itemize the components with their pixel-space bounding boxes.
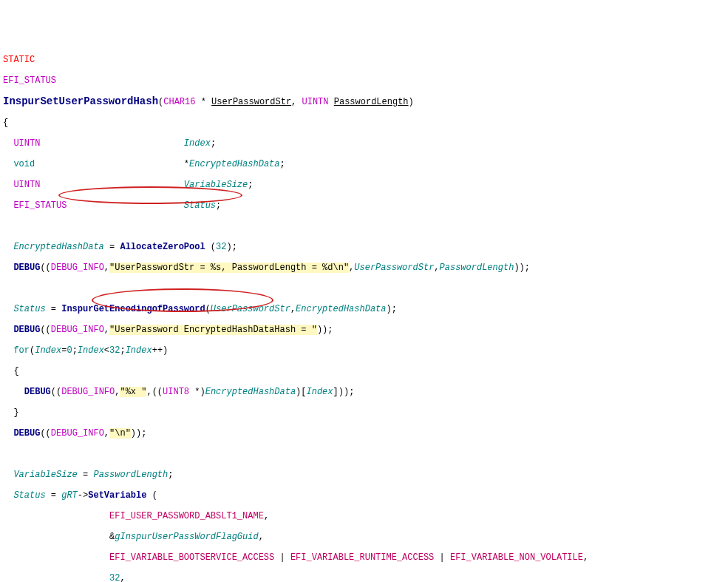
var: Status	[3, 490, 46, 501]
var: PasswordLength	[440, 263, 514, 273]
var-variablesize: VariableSize	[184, 180, 248, 190]
brace: }	[3, 407, 19, 418]
var: EncryptedHashData	[296, 304, 386, 314]
code-line: EFI_VARIABLE_BOOTSERVICE_ACCESS | EFI_VA…	[3, 552, 725, 563]
type-uint8: UINT8	[163, 387, 189, 397]
num: 32	[216, 242, 226, 252]
comma: ,	[259, 532, 264, 542]
type-uintn: UINTN	[3, 180, 40, 190]
var: Index	[126, 345, 152, 356]
blank-line	[3, 221, 725, 231]
inc: ++)	[152, 345, 169, 356]
code-line: UINTN VariableSize;	[3, 180, 725, 190]
paren: )	[409, 97, 414, 107]
paren: (	[146, 490, 157, 501]
param-passwordlength: PasswordLength	[334, 97, 409, 107]
num: 32	[109, 345, 120, 356]
var-encryptedhashdata: EncryptedHashData	[189, 159, 279, 169]
brace: {	[3, 366, 19, 376]
call-allocatezeropool: AllocateZeroPool	[120, 242, 205, 252]
indent	[3, 532, 109, 542]
semi: ;	[72, 345, 78, 356]
eq: =	[78, 470, 94, 480]
comma: ,	[583, 552, 588, 563]
semi: ;	[216, 200, 221, 211]
code-line: UINTN Index;	[3, 138, 725, 149]
var: EncryptedHashData	[3, 242, 104, 252]
code-line: {	[3, 366, 725, 376]
code-line: EncryptedHashData = AllocateZeroPool (32…	[3, 242, 725, 252]
code-line: EFI_USER_PASSWORD_ABSLT1_NAME,	[3, 511, 725, 521]
paren: (	[205, 304, 211, 314]
var: VariableSize	[3, 470, 78, 480]
code-line: for(Index=0;Index<32;Index++)	[3, 345, 725, 356]
semi: ;	[211, 138, 216, 149]
call-debug: DEBUG	[3, 428, 40, 439]
code-line: DEBUG((DEBUG_INFO,"\n"));	[3, 428, 725, 439]
comma: ,	[264, 511, 269, 521]
cast: *)	[189, 387, 205, 397]
code-line: &gInspurUserPassWordFlagGuid,	[3, 532, 725, 542]
pad	[35, 159, 184, 169]
paren: ((	[40, 263, 50, 273]
keyword-static: STATIC	[3, 55, 35, 65]
code-block: STATIC EFI_STATUS InspurSetUserPasswordH…	[3, 44, 725, 582]
type-char16: CHAR16	[163, 97, 195, 107]
string: "%x "	[120, 387, 146, 397]
call-debug: DEBUG	[3, 263, 40, 273]
const-efi-user-password: EFI_USER_PASSWORD_ABSLT1_NAME	[109, 511, 264, 521]
const-bootservice: EFI_VARIABLE_BOOTSERVICE_ACCESS	[109, 552, 274, 563]
type-uintn: UINTN	[3, 138, 40, 149]
var: Index	[307, 387, 333, 397]
function-name: InspurSetUserPasswordHash	[3, 95, 158, 107]
semi: ;	[168, 470, 173, 480]
close: ));	[317, 325, 333, 335]
keyword-for: for	[3, 345, 30, 356]
const-nonvolatile: EFI_VARIABLE_NON_VOLATILE	[450, 552, 583, 563]
var-grt: gRT	[61, 490, 78, 501]
close: );	[226, 242, 237, 252]
var-guid: gInspurUserPassWordFlagGuid	[115, 532, 258, 542]
close: ));	[131, 428, 147, 439]
var: EncryptedHashData	[205, 387, 296, 397]
semi: ;	[248, 180, 253, 190]
comma: ,	[104, 428, 109, 439]
var: PasswordLength	[93, 470, 168, 480]
indent	[3, 573, 109, 582]
string: "\n"	[109, 428, 131, 439]
comma: ,	[104, 325, 109, 335]
star: *	[184, 159, 189, 169]
call-inspurgetencoding: InspurGetEncodingofPassword	[61, 304, 205, 314]
code-line: VariableSize = PasswordLength;	[3, 470, 725, 480]
code-line: {	[3, 118, 725, 128]
eq: =	[46, 490, 62, 501]
var: Index	[78, 345, 104, 356]
var-index: Index	[184, 138, 211, 149]
pad	[40, 138, 183, 149]
debug-info: DEBUG_INFO	[61, 387, 115, 397]
code-line: InspurSetUserPasswordHash(CHAR16 * UserP…	[3, 96, 725, 107]
code-line: EFI_STATUS Status;	[3, 200, 725, 211]
eq: =	[104, 242, 120, 252]
paren: ((	[40, 428, 50, 439]
call-debug: DEBUG	[3, 325, 40, 335]
string: "UserPasswordStr = %s, PasswordLength = …	[109, 263, 349, 273]
code-line: DEBUG((DEBUG_INFO,"UserPasswordStr = %s,…	[3, 263, 725, 273]
code-line: }	[3, 407, 725, 418]
num: 32	[109, 573, 120, 582]
eq: =	[46, 304, 62, 314]
var: Status	[3, 304, 46, 314]
comma: ,	[434, 263, 439, 273]
paren: ((	[51, 387, 61, 397]
code-line: Status = InspurGetEncodingofPassword(Use…	[3, 304, 725, 314]
pipe: |	[274, 552, 290, 563]
call-debug: DEBUG	[3, 387, 51, 397]
var: UserPasswordStr	[354, 263, 434, 273]
code-line: 32,	[3, 573, 725, 582]
comma: ,	[104, 263, 109, 273]
indent	[3, 552, 109, 563]
type-void: void	[3, 159, 35, 169]
code-line: DEBUG((DEBUG_INFO,"UserPassword Encrypte…	[3, 325, 725, 335]
debug-info: DEBUG_INFO	[51, 428, 104, 439]
type-uintn: UINTN	[302, 97, 329, 107]
